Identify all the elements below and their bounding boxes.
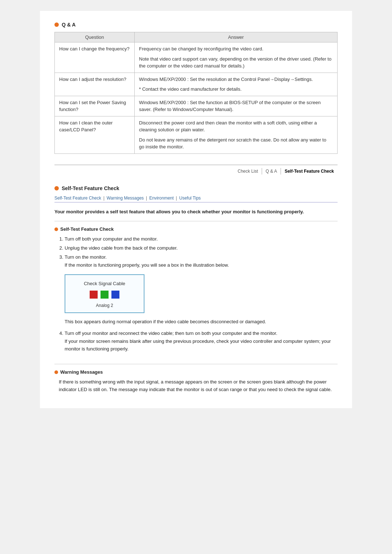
nav-self-test[interactable]: Self-Test Feature Check <box>281 168 338 175</box>
qa-title: Q & A <box>62 22 75 28</box>
warning-title: Warning Messages <box>60 369 103 375</box>
qa-answer: Windows ME/XP/2000 : Set the function at… <box>135 96 338 116</box>
warning-text: If there is something wrong with the inp… <box>59 378 338 394</box>
qa-row: How can I adjust the resolution?Windows … <box>55 73 338 96</box>
qa-question: How can I change the frequency? <box>55 42 135 73</box>
answer-para: Note that video card support can vary, d… <box>139 56 333 70</box>
step-2: Unplug the video cable from the back of … <box>65 245 338 252</box>
intro-bold: Your monitor provides a self test featur… <box>54 208 338 216</box>
step-1: Turn off both your computer and the moni… <box>65 235 338 243</box>
answer-para: * Contact the video card manufacturer fo… <box>139 86 333 93</box>
color-sq-green <box>101 291 109 299</box>
sub-nav-environment[interactable]: Environment <box>149 196 173 201</box>
steps-list-cont: Turn off your monitor and reconnect the … <box>65 330 338 353</box>
self-test-title: Self-Test Feature Check <box>62 185 119 191</box>
self-test-dot <box>54 186 59 190</box>
qa-row: How can I set the Power Saving function?… <box>55 96 338 116</box>
qa-row: How can I clean the outer case/LCD Panel… <box>55 116 338 153</box>
qa-section: Q & A Question Answer How can I change t… <box>54 22 338 154</box>
qa-question: How can I clean the outer case/LCD Panel… <box>55 116 135 153</box>
warning-section: Warning Messages If there is something w… <box>54 364 338 394</box>
subsection-header: Self-Test Feature Check <box>54 226 338 232</box>
subsection-title: Self-Test Feature Check <box>60 226 114 232</box>
answer-para: Windows ME/XP/2000 : Set the resolution … <box>139 76 333 83</box>
qa-question: How can I set the Power Saving function? <box>55 96 135 116</box>
signal-box-subtitle: Analog 2 <box>76 303 133 308</box>
steps-list: Turn off both your computer and the moni… <box>65 235 338 269</box>
self-test-subsection: Self-Test Feature Check Turn off both yo… <box>54 221 338 353</box>
answer-para: Disconnect the power cord and then clean… <box>139 119 333 134</box>
self-test-section: Self-Test Feature Check Self-Test Featur… <box>54 185 338 353</box>
qa-dot <box>54 22 59 27</box>
sub-nav-self-test[interactable]: Self-Test Feature Check <box>54 196 101 201</box>
sub-nav-useful-tips[interactable]: Useful Tips <box>179 196 201 201</box>
nav-bar: Check List Q & A Self-Test Feature Check <box>54 165 338 175</box>
sub-nav-sep-3: | <box>176 196 177 201</box>
signal-box: Check Signal Cable Analog 2 <box>65 274 144 313</box>
col-question: Question <box>55 32 135 42</box>
warning-header: Warning Messages <box>54 369 338 375</box>
sub-nav-sep-1: | <box>103 196 105 201</box>
qa-answer: Disconnect the power cord and then clean… <box>135 116 338 153</box>
signal-box-wrapper: Check Signal Cable Analog 2 <box>65 274 338 313</box>
sub-nav: Self-Test Feature Check | Warning Messag… <box>54 196 338 202</box>
box-note: This box appears during normal operation… <box>65 318 338 325</box>
answer-para: Do not leave any remains of the detergen… <box>139 136 333 151</box>
color-sq-blue <box>111 291 119 299</box>
qa-table: Question Answer How can I change the fre… <box>54 32 338 154</box>
color-sq-red <box>90 291 98 299</box>
page-container: Q & A Question Answer How can I change t… <box>40 11 352 408</box>
col-answer: Answer <box>135 32 338 42</box>
qa-answer: Windows ME/XP/2000 : Set the resolution … <box>135 73 338 96</box>
sub-nav-sep-2: | <box>146 196 147 201</box>
step-4: Turn off your monitor and reconnect the … <box>65 330 338 353</box>
answer-para: Windows ME/XP/2000 : Set the function at… <box>139 99 333 113</box>
qa-answer: Frequency can be changed by reconfigurin… <box>135 42 338 73</box>
qa-header: Q & A <box>54 22 338 28</box>
color-squares <box>76 291 133 299</box>
signal-box-title: Check Signal Cable <box>76 281 133 286</box>
nav-check-list[interactable]: Check List <box>234 168 262 175</box>
self-test-header: Self-Test Feature Check <box>54 185 338 191</box>
qa-row: How can I change the frequency?Frequency… <box>55 42 338 73</box>
subsection-dot <box>54 227 58 231</box>
warning-dot <box>54 370 58 374</box>
sub-nav-warning[interactable]: Warning Messages <box>107 196 144 201</box>
nav-qa[interactable]: Q & A <box>262 168 281 175</box>
answer-para: Frequency can be changed by reconfigurin… <box>139 45 333 53</box>
qa-question: How can I adjust the resolution? <box>55 73 135 96</box>
step-3: Turn on the monitor. If the monitor is f… <box>65 254 338 270</box>
